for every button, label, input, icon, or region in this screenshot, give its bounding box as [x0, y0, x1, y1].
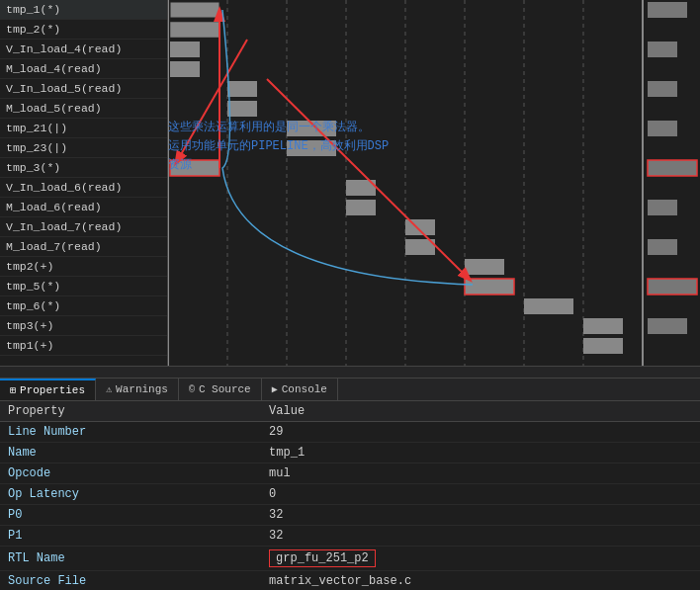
console-tab-icon: ▶	[272, 383, 278, 395]
warnings-tab-icon: ⚠	[106, 383, 112, 395]
svg-rect-17	[287, 140, 336, 156]
property-value: mul	[261, 464, 700, 484]
property-row: Source Filematrix_vector_base.c	[0, 571, 700, 591]
svg-rect-18	[170, 160, 219, 176]
warnings-tab-label: Warnings	[116, 383, 168, 395]
list-item[interactable]: M_load_7(read)	[0, 237, 167, 257]
property-row: Opcodemul	[0, 464, 700, 484]
property-value: 29	[261, 422, 700, 443]
property-row: RTL Namegrp_fu_251_p2	[0, 547, 700, 571]
svg-rect-15	[227, 101, 257, 117]
svg-rect-20	[346, 200, 376, 215]
list-item[interactable]: tmp_21(|)	[0, 119, 167, 138]
schedule-view: tmp_1(*)tmp_2(*)V_In_load_4(read)M_load_…	[0, 0, 700, 366]
svg-rect-36	[648, 160, 697, 176]
list-item[interactable]: tmp_2(*)	[0, 20, 167, 40]
svg-rect-25	[524, 298, 573, 314]
property-value: grp_fu_251_p2	[261, 547, 700, 571]
list-item[interactable]: tmp1(+)	[0, 336, 167, 356]
svg-rect-38	[648, 239, 677, 255]
property-row: Line Number29	[0, 422, 700, 443]
csource-tab-icon: ©	[189, 384, 195, 395]
svg-line-30	[267, 79, 470, 280]
list-item[interactable]: tmp3(+)	[0, 316, 167, 336]
property-value: matrix_vector_base.c	[261, 571, 700, 591]
list-item[interactable]: tmp_23(|)	[0, 138, 167, 158]
svg-rect-12	[170, 42, 200, 57]
list-item[interactable]: V_In_load_6(read)	[0, 178, 167, 198]
svg-rect-35	[648, 121, 677, 136]
schedule-hscrollbar[interactable]	[0, 366, 700, 378]
svg-rect-39	[648, 279, 697, 295]
list-item[interactable]: V_In_load_5(read)	[0, 79, 167, 99]
property-name: Source File	[0, 571, 261, 591]
property-name: P1	[0, 526, 261, 547]
panel-content: Property Value Line Number29Nametmp_1Opc…	[0, 401, 700, 590]
property-value: tmp_1	[261, 443, 700, 464]
svg-rect-13	[170, 61, 200, 77]
list-item[interactable]: V_In_load_4(read)	[0, 40, 167, 59]
property-name: Op Latency	[0, 484, 261, 505]
properties-tab-icon: ⊞	[10, 384, 16, 396]
tab-properties[interactable]: ⊞Properties	[0, 379, 96, 400]
svg-rect-10	[170, 2, 219, 18]
properties-tab-label: Properties	[20, 384, 85, 396]
list-item[interactable]: M_load_5(read)	[0, 99, 167, 119]
tab-csource[interactable]: ©C Source	[179, 379, 262, 400]
svg-rect-40	[648, 318, 687, 334]
property-name: Opcode	[0, 464, 261, 484]
tab-console[interactable]: ▶Console	[262, 379, 338, 400]
console-tab-label: Console	[282, 383, 327, 395]
property-value: 32	[261, 526, 700, 547]
tab-bar: ⊞Properties⚠Warnings©C Source▶Console	[0, 378, 700, 401]
list-item[interactable]: tmp2(+)	[0, 257, 167, 277]
property-value: 32	[261, 505, 700, 526]
property-row: Nametmp_1	[0, 443, 700, 464]
list-item[interactable]: tmp_5(*)	[0, 277, 167, 296]
property-row: P132	[0, 526, 700, 547]
svg-rect-11	[170, 22, 219, 38]
svg-rect-26	[583, 318, 623, 334]
svg-rect-27	[583, 338, 623, 354]
property-name: P0	[0, 505, 261, 526]
csource-tab-label: C Source	[199, 383, 251, 395]
list-item[interactable]: tmp_3(*)	[0, 158, 167, 178]
properties-table: Property Value Line Number29Nametmp_1Opc…	[0, 401, 700, 590]
svg-rect-37	[648, 200, 677, 215]
property-row: P032	[0, 505, 700, 526]
list-item[interactable]: M_load_6(read)	[0, 198, 167, 217]
property-row: Op Latency0	[0, 484, 700, 505]
schedule-svg	[168, 0, 700, 366]
svg-rect-24	[465, 279, 514, 295]
svg-rect-14	[227, 81, 257, 97]
bottom-panel: ⊞Properties⚠Warnings©C Source▶Console Pr…	[0, 378, 700, 590]
tab-warnings[interactable]: ⚠Warnings	[96, 379, 179, 400]
svg-rect-33	[648, 42, 677, 57]
properties-panel: Property Value Line Number29Nametmp_1Opc…	[0, 401, 700, 590]
svg-rect-32	[648, 2, 687, 18]
property-value: 0	[261, 484, 700, 505]
list-item[interactable]: M_load_4(read)	[0, 59, 167, 79]
svg-rect-23	[465, 259, 504, 275]
col-header-property: Property	[0, 401, 261, 422]
property-name: Line Number	[0, 422, 261, 443]
operation-list[interactable]: tmp_1(*)tmp_2(*)V_In_load_4(read)M_load_…	[0, 0, 168, 366]
schedule-grid	[168, 0, 700, 366]
list-item[interactable]: tmp_1(*)	[0, 0, 167, 20]
svg-rect-34	[648, 81, 677, 97]
col-header-value: Value	[261, 401, 700, 422]
property-name: RTL Name	[0, 547, 261, 571]
highlighted-value: grp_fu_251_p2	[269, 549, 376, 567]
property-name: Name	[0, 443, 261, 464]
list-item[interactable]: tmp_6(*)	[0, 296, 167, 316]
list-item[interactable]: V_In_load_7(read)	[0, 217, 167, 237]
